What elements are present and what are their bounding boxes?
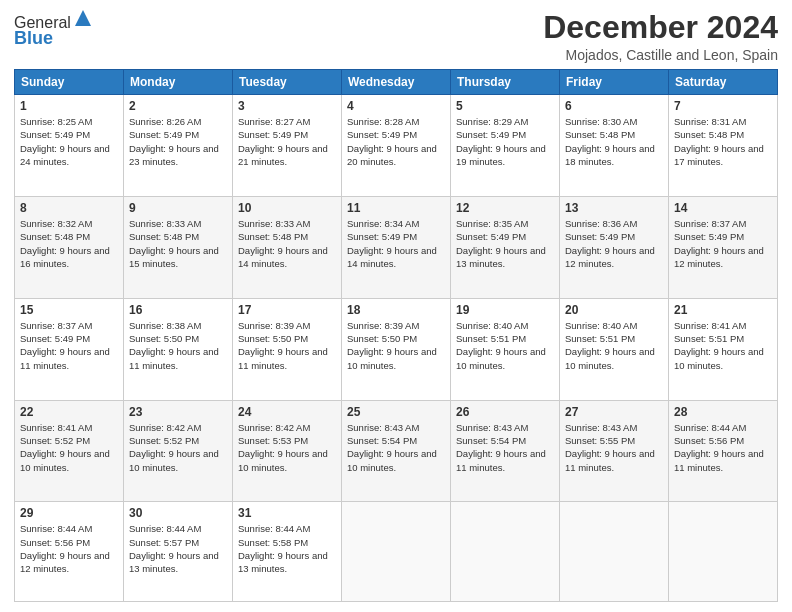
day-number: 18: [347, 303, 445, 317]
calendar-week-row: 22Sunrise: 8:41 AMSunset: 5:52 PMDayligh…: [15, 400, 778, 502]
day-number: 24: [238, 405, 336, 419]
day-info: Sunrise: 8:39 AMSunset: 5:50 PMDaylight:…: [238, 319, 336, 372]
day-info: Sunrise: 8:44 AMSunset: 5:56 PMDaylight:…: [674, 421, 772, 474]
day-info: Sunrise: 8:40 AMSunset: 5:51 PMDaylight:…: [565, 319, 663, 372]
day-number: 13: [565, 201, 663, 215]
day-number: 17: [238, 303, 336, 317]
calendar-table: SundayMondayTuesdayWednesdayThursdayFrid…: [14, 69, 778, 602]
calendar-header-row: SundayMondayTuesdayWednesdayThursdayFrid…: [15, 70, 778, 95]
day-info: Sunrise: 8:31 AMSunset: 5:48 PMDaylight:…: [674, 115, 772, 168]
calendar-week-row: 29Sunrise: 8:44 AMSunset: 5:56 PMDayligh…: [15, 502, 778, 602]
calendar-day-cell: 2Sunrise: 8:26 AMSunset: 5:49 PMDaylight…: [124, 95, 233, 197]
calendar-day-cell: [342, 502, 451, 602]
day-number: 7: [674, 99, 772, 113]
day-info: Sunrise: 8:43 AMSunset: 5:54 PMDaylight:…: [456, 421, 554, 474]
svg-marker-0: [75, 10, 91, 26]
day-number: 30: [129, 506, 227, 520]
day-info: Sunrise: 8:38 AMSunset: 5:50 PMDaylight:…: [129, 319, 227, 372]
day-info: Sunrise: 8:32 AMSunset: 5:48 PMDaylight:…: [20, 217, 118, 270]
calendar-day-header: Sunday: [15, 70, 124, 95]
calendar-day-header: Wednesday: [342, 70, 451, 95]
month-title: December 2024: [543, 10, 778, 45]
day-info: Sunrise: 8:40 AMSunset: 5:51 PMDaylight:…: [456, 319, 554, 372]
calendar-day-cell: 29Sunrise: 8:44 AMSunset: 5:56 PMDayligh…: [15, 502, 124, 602]
calendar-day-header: Saturday: [669, 70, 778, 95]
day-number: 22: [20, 405, 118, 419]
day-info: Sunrise: 8:41 AMSunset: 5:52 PMDaylight:…: [20, 421, 118, 474]
calendar-day-cell: 22Sunrise: 8:41 AMSunset: 5:52 PMDayligh…: [15, 400, 124, 502]
day-number: 19: [456, 303, 554, 317]
calendar-day-cell: 12Sunrise: 8:35 AMSunset: 5:49 PMDayligh…: [451, 197, 560, 299]
day-info: Sunrise: 8:35 AMSunset: 5:49 PMDaylight:…: [456, 217, 554, 270]
calendar-day-cell: 28Sunrise: 8:44 AMSunset: 5:56 PMDayligh…: [669, 400, 778, 502]
calendar-day-cell: 7Sunrise: 8:31 AMSunset: 5:48 PMDaylight…: [669, 95, 778, 197]
day-info: Sunrise: 8:43 AMSunset: 5:55 PMDaylight:…: [565, 421, 663, 474]
calendar-day-cell: 21Sunrise: 8:41 AMSunset: 5:51 PMDayligh…: [669, 298, 778, 400]
calendar-day-header: Friday: [560, 70, 669, 95]
day-number: 29: [20, 506, 118, 520]
day-number: 20: [565, 303, 663, 317]
calendar-day-cell: 31Sunrise: 8:44 AMSunset: 5:58 PMDayligh…: [233, 502, 342, 602]
calendar-day-cell: 19Sunrise: 8:40 AMSunset: 5:51 PMDayligh…: [451, 298, 560, 400]
day-number: 15: [20, 303, 118, 317]
calendar-day-cell: 13Sunrise: 8:36 AMSunset: 5:49 PMDayligh…: [560, 197, 669, 299]
location: Mojados, Castille and Leon, Spain: [543, 47, 778, 63]
day-info: Sunrise: 8:42 AMSunset: 5:52 PMDaylight:…: [129, 421, 227, 474]
calendar-day-cell: 18Sunrise: 8:39 AMSunset: 5:50 PMDayligh…: [342, 298, 451, 400]
calendar-day-cell: 14Sunrise: 8:37 AMSunset: 5:49 PMDayligh…: [669, 197, 778, 299]
day-info: Sunrise: 8:44 AMSunset: 5:58 PMDaylight:…: [238, 522, 336, 575]
calendar-week-row: 1Sunrise: 8:25 AMSunset: 5:49 PMDaylight…: [15, 95, 778, 197]
day-number: 8: [20, 201, 118, 215]
calendar-day-cell: 17Sunrise: 8:39 AMSunset: 5:50 PMDayligh…: [233, 298, 342, 400]
calendar-day-cell: 27Sunrise: 8:43 AMSunset: 5:55 PMDayligh…: [560, 400, 669, 502]
calendar-day-cell: [451, 502, 560, 602]
calendar-day-cell: 10Sunrise: 8:33 AMSunset: 5:48 PMDayligh…: [233, 197, 342, 299]
calendar-day-cell: 6Sunrise: 8:30 AMSunset: 5:48 PMDaylight…: [560, 95, 669, 197]
calendar-day-cell: 15Sunrise: 8:37 AMSunset: 5:49 PMDayligh…: [15, 298, 124, 400]
day-info: Sunrise: 8:29 AMSunset: 5:49 PMDaylight:…: [456, 115, 554, 168]
calendar-day-cell: 23Sunrise: 8:42 AMSunset: 5:52 PMDayligh…: [124, 400, 233, 502]
calendar-day-cell: [560, 502, 669, 602]
day-info: Sunrise: 8:37 AMSunset: 5:49 PMDaylight:…: [20, 319, 118, 372]
day-number: 3: [238, 99, 336, 113]
day-info: Sunrise: 8:39 AMSunset: 5:50 PMDaylight:…: [347, 319, 445, 372]
day-number: 27: [565, 405, 663, 419]
day-info: Sunrise: 8:34 AMSunset: 5:49 PMDaylight:…: [347, 217, 445, 270]
day-info: Sunrise: 8:41 AMSunset: 5:51 PMDaylight:…: [674, 319, 772, 372]
calendar-day-cell: 20Sunrise: 8:40 AMSunset: 5:51 PMDayligh…: [560, 298, 669, 400]
day-info: Sunrise: 8:25 AMSunset: 5:49 PMDaylight:…: [20, 115, 118, 168]
day-number: 26: [456, 405, 554, 419]
day-number: 14: [674, 201, 772, 215]
day-number: 25: [347, 405, 445, 419]
day-number: 12: [456, 201, 554, 215]
day-info: Sunrise: 8:37 AMSunset: 5:49 PMDaylight:…: [674, 217, 772, 270]
calendar-day-cell: 4Sunrise: 8:28 AMSunset: 5:49 PMDaylight…: [342, 95, 451, 197]
day-info: Sunrise: 8:42 AMSunset: 5:53 PMDaylight:…: [238, 421, 336, 474]
day-number: 28: [674, 405, 772, 419]
day-number: 21: [674, 303, 772, 317]
day-number: 1: [20, 99, 118, 113]
calendar-day-cell: 8Sunrise: 8:32 AMSunset: 5:48 PMDaylight…: [15, 197, 124, 299]
header: General Blue December 2024 Mojados, Cast…: [14, 10, 778, 63]
calendar-day-cell: 5Sunrise: 8:29 AMSunset: 5:49 PMDaylight…: [451, 95, 560, 197]
day-number: 9: [129, 201, 227, 215]
day-number: 16: [129, 303, 227, 317]
day-info: Sunrise: 8:27 AMSunset: 5:49 PMDaylight:…: [238, 115, 336, 168]
calendar-week-row: 8Sunrise: 8:32 AMSunset: 5:48 PMDaylight…: [15, 197, 778, 299]
logo: General Blue: [14, 14, 93, 49]
day-info: Sunrise: 8:33 AMSunset: 5:48 PMDaylight:…: [129, 217, 227, 270]
day-info: Sunrise: 8:44 AMSunset: 5:56 PMDaylight:…: [20, 522, 118, 575]
day-number: 6: [565, 99, 663, 113]
day-number: 23: [129, 405, 227, 419]
day-number: 2: [129, 99, 227, 113]
calendar-day-cell: [669, 502, 778, 602]
day-info: Sunrise: 8:43 AMSunset: 5:54 PMDaylight:…: [347, 421, 445, 474]
day-number: 5: [456, 99, 554, 113]
calendar-day-cell: 11Sunrise: 8:34 AMSunset: 5:49 PMDayligh…: [342, 197, 451, 299]
title-block: December 2024 Mojados, Castille and Leon…: [543, 10, 778, 63]
page: General Blue December 2024 Mojados, Cast…: [0, 0, 792, 612]
calendar-day-cell: 26Sunrise: 8:43 AMSunset: 5:54 PMDayligh…: [451, 400, 560, 502]
day-info: Sunrise: 8:26 AMSunset: 5:49 PMDaylight:…: [129, 115, 227, 168]
calendar-day-cell: 3Sunrise: 8:27 AMSunset: 5:49 PMDaylight…: [233, 95, 342, 197]
day-info: Sunrise: 8:28 AMSunset: 5:49 PMDaylight:…: [347, 115, 445, 168]
